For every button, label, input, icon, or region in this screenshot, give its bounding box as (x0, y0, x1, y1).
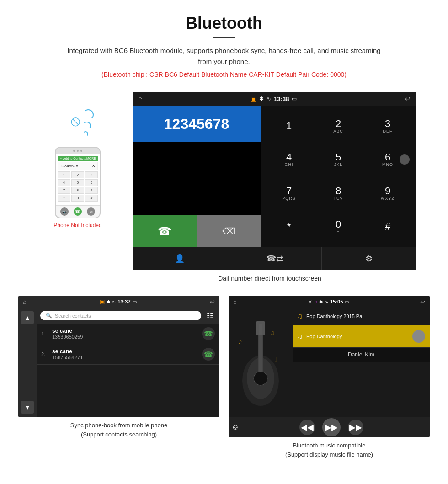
contacts-back-icon: ↩ (210, 298, 215, 305)
svg-text:♩: ♩ (274, 356, 278, 364)
phone-msg-btn[interactable]: ✉ (87, 207, 95, 216)
action-buttons: ☎ ⌫ (133, 215, 261, 247)
bottom-section: ⌂ ▣ ✱ ∿ 13:37 ▭ ↩ ▲ ▼ (0, 296, 448, 459)
key-8[interactable]: 8 TUV (315, 177, 362, 209)
track-item-2: ♫ Pop Danthology (293, 325, 430, 348)
page-title: Bluetooth (18, 14, 430, 33)
music-home-icon: ⌂ (233, 298, 237, 305)
header-divider (213, 37, 235, 38)
key-star[interactable]: * (265, 211, 313, 243)
phone-number-display: 12345678 ✕ (58, 162, 98, 170)
key-0[interactable]: 0 + (315, 211, 362, 243)
phone-key-6[interactable]: 6 (85, 179, 98, 186)
key-3[interactable]: 3 DEF (364, 110, 411, 142)
header-specs: (Bluetooth chip : CSR BC6 Default Blueto… (18, 71, 430, 78)
next-btn[interactable]: ▶▶ (348, 420, 363, 435)
nav-calls[interactable]: ☎⇄ (227, 247, 322, 270)
track-list: ♫ Pop Danthology 2015 Pa ♫ Pop Dantholog… (293, 308, 430, 417)
contacts-body: ▲ ▼ 🔍 Search contacts ☷ (18, 308, 219, 417)
cs-notification-icon: ▣ (100, 298, 105, 305)
key-4[interactable]: 4 GHI (265, 144, 313, 176)
bluetooth-icon-wrapper: ⦸ (62, 106, 94, 138)
key-5[interactable]: 5 JKL (315, 144, 362, 176)
home-icon: ⌂ (138, 95, 143, 103)
grid-view-btn[interactable]: ☷ (204, 310, 216, 321)
bt-wave-large (83, 109, 94, 120)
contact-info-1: seicane 13530650259 (52, 328, 198, 340)
key-6-circle[interactable]: 6 MNO (364, 144, 411, 176)
cs-wifi-icon: ∿ (112, 299, 116, 304)
phone-bottom-bar: 📷 ☎ ✉ (56, 205, 100, 218)
phone-dot (73, 150, 75, 152)
bt-wave-medium (83, 122, 91, 130)
track-name-1: Pop Danthology 2015 Pa (306, 314, 425, 319)
phone-key-0[interactable]: 0 (71, 195, 84, 202)
music-status-icons: ☀ ♫ ✱ ∿ 15:05 ▭ (308, 299, 349, 304)
phone-key-8[interactable]: 8 (71, 187, 84, 194)
track-name-2: Pop Danthology (306, 334, 409, 339)
contacts-screenshot: ⌂ ▣ ✱ ∿ 13:37 ▭ ↩ ▲ ▼ (18, 296, 219, 417)
play-pause-btn[interactable]: ▶▶ (322, 418, 341, 436)
phone-camera-btn[interactable]: 📷 (60, 207, 69, 216)
phone-key-1[interactable]: 1 (58, 171, 70, 178)
contact-index-2: 2. (41, 351, 48, 357)
battery-icon: ▭ (292, 96, 297, 102)
keypad-grid: 1 2 ABC 3 DEF 4 (261, 106, 416, 247)
delete-button[interactable]: ⌫ (197, 215, 261, 247)
scroll-up-btn[interactable]: ▲ (21, 311, 34, 324)
music-screenshot: ⌂ ☀ ♫ ✱ ∿ 15:05 ▭ ↩ (229, 296, 430, 437)
phone-key-2[interactable]: 2 (71, 171, 84, 178)
key-2[interactable]: 2 ABC (315, 110, 362, 142)
phone-key-7[interactable]: 7 (58, 187, 70, 194)
bluetooth-waves (83, 109, 94, 137)
header-description: Integrated with BC6 Bluetooth module, su… (64, 45, 384, 67)
contacts-section: ⌂ ▣ ✱ ∿ 13:37 ▭ ↩ ▲ ▼ (18, 296, 219, 459)
key-hash[interactable]: # (364, 211, 411, 243)
active-track-indicator (412, 330, 425, 343)
scroll-down-btn[interactable]: ▼ (21, 401, 34, 414)
contact-info-2: seicane 15875554271 (52, 348, 198, 360)
dialpad-body: 12345678 ☎ ⌫ (133, 106, 416, 247)
contact-call-btn-1[interactable]: ☎ (202, 327, 215, 340)
phone-key-star[interactable]: * (58, 195, 70, 202)
contact-name-1: seicane (52, 328, 198, 334)
svg-point-8 (254, 372, 267, 385)
music-body: ♪ ♫ ♩ ♫ Pop Danthology 2015 Pa ♫ (229, 308, 430, 417)
key-1[interactable]: 1 (265, 110, 313, 142)
phone-key-5[interactable]: 5 (71, 179, 84, 186)
contacts-left-nav: ▲ ▼ (18, 308, 37, 417)
nav-contacts[interactable]: 👤 (133, 247, 227, 270)
dialpad-right: 1 2 ABC 3 DEF 4 (261, 106, 416, 247)
ms-music-icon: ♫ (314, 299, 318, 304)
music-back-icon: ↩ (420, 298, 425, 305)
track-note-icon-1: ♫ (297, 312, 303, 320)
phone-dialpad: 1 2 3 4 5 6 7 8 9 * 0 # (58, 171, 98, 202)
nav-settings[interactable]: ⚙ (322, 247, 416, 270)
contact-item-2: 2. seicane 15875554271 ☎ (37, 344, 219, 365)
phone-key-4[interactable]: 4 (58, 179, 70, 186)
search-input-display[interactable]: 🔍 Search contacts (40, 311, 201, 320)
artist-name: Daniel Kim (297, 351, 425, 358)
guitar-illustration: ♪ ♫ ♩ (229, 308, 293, 417)
ms-wifi-icon: ∿ (325, 299, 328, 304)
track-note-icon-2: ♫ (297, 332, 303, 340)
call-button[interactable]: ☎ (133, 215, 197, 247)
contact-call-btn-2[interactable]: ☎ (202, 348, 215, 361)
search-icon: 🔍 (46, 313, 52, 319)
wifi-status-icon: ∿ (267, 96, 271, 102)
contacts-list: 1. seicane 13530650259 ☎ 2. seica (37, 324, 219, 417)
equalizer-icon[interactable]: ⎉ (233, 423, 238, 431)
phone-call-btn[interactable]: ☎ (74, 207, 82, 216)
key-9[interactable]: 9 WXYZ (364, 177, 411, 209)
contacts-icon: 👤 (175, 254, 185, 264)
prev-btn[interactable]: ◀◀ (299, 420, 315, 435)
phone-not-included-label: Phone Not Included (53, 222, 101, 229)
phone-key-9[interactable]: 9 (85, 187, 98, 194)
artist-bar: Daniel Kim (293, 348, 430, 362)
phone-key-hash[interactable]: # (85, 195, 98, 202)
contact-item-1: 1. seicane 13530650259 ☎ (37, 324, 219, 344)
phone-key-3[interactable]: 3 (85, 171, 98, 178)
key-7[interactable]: 7 PQRS (265, 177, 313, 209)
cs-battery-icon: ▭ (133, 299, 137, 304)
dialpad-bottom-nav: 👤 ☎⇄ ⚙ (133, 247, 416, 270)
